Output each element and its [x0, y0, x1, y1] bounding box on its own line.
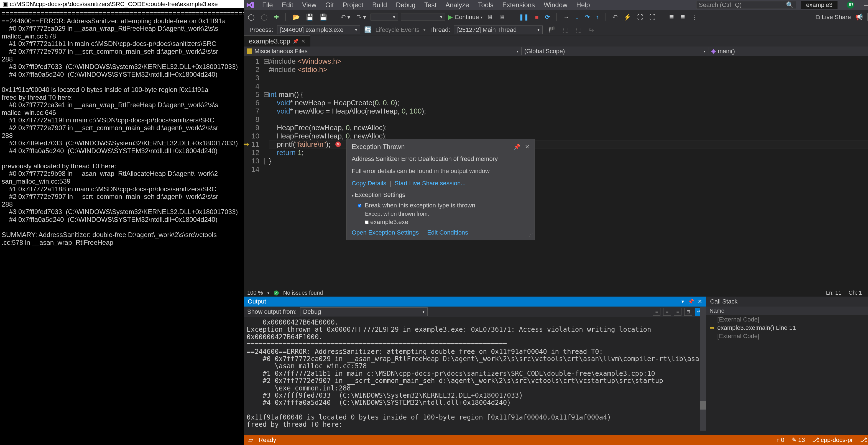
save-all-icon[interactable]: 💾 — [318, 13, 329, 21]
window-controls: — ☐ ✕ — [859, 1, 868, 9]
save-icon[interactable]: 💾 — [304, 13, 315, 21]
output-close-icon[interactable]: ✕ — [698, 299, 702, 305]
debug-target-icon[interactable]: 🖥 — [485, 13, 495, 21]
output-tb-icon1[interactable]: ≡ — [653, 308, 660, 316]
menu-project[interactable]: Project — [338, 1, 368, 9]
menu-help[interactable]: Help — [572, 1, 594, 9]
break-when-checkbox[interactable] — [358, 204, 362, 207]
pending-up[interactable]: ↑0 — [776, 436, 784, 444]
menu-git[interactable]: Git — [321, 1, 338, 9]
step-back-icon[interactable]: ↶ — [611, 13, 619, 21]
restart-button[interactable]: ⟳ — [543, 13, 552, 21]
new-item-button[interactable]: ✚ — [272, 13, 280, 21]
output-panel: Output ▾ 📌 ✕ Show output from: Debug▾ — [244, 297, 706, 435]
output-source-dropdown[interactable]: Debug▾ — [300, 307, 428, 316]
output-tb-icon3[interactable]: ≡ — [674, 308, 681, 316]
call-stack-row[interactable]: [External Code] — [706, 332, 868, 340]
misc-debug-icon[interactable]: ⚡ — [622, 13, 633, 21]
step-out-button[interactable]: ↑ — [594, 13, 600, 21]
resize-grip-icon[interactable]: ⋰ — [528, 231, 533, 239]
show-next-statement-icon[interactable]: → — [562, 13, 571, 21]
misc-debug2-icon[interactable]: ⛶ — [636, 13, 645, 21]
context-member-dropdown[interactable]: ◈ main() ▾ — [708, 47, 868, 56]
stop-button[interactable]: ■ — [533, 13, 540, 21]
lifecycle-label[interactable]: Lifecycle Events — [375, 26, 420, 34]
menu-file[interactable]: File — [258, 1, 277, 9]
indent-icon[interactable]: ≣ — [668, 13, 676, 21]
search-box[interactable]: Search (Ctrl+Q) 🔍 — [696, 1, 796, 9]
output-pin-icon[interactable]: 📌 — [688, 299, 694, 305]
main-area: example3.cpp 📌 ✕ ▾ ⚙ Miscellaneous Files… — [244, 35, 868, 435]
outdent-icon[interactable]: ≣ — [678, 13, 687, 21]
branch-name[interactable]: ⎇master▴ — [860, 436, 868, 444]
misc-debug3-icon[interactable]: ⛶ — [648, 13, 657, 21]
output-header[interactable]: Output ▾ 📌 ✕ — [244, 297, 706, 307]
menu-tools[interactable]: Tools — [474, 1, 498, 9]
menu-edit[interactable]: Edit — [277, 1, 298, 9]
stack-frame-icon[interactable]: ⬚ — [561, 26, 570, 34]
exception-settings-header[interactable]: Exception Settings — [355, 191, 405, 198]
config-dropdown[interactable]: ▾ — [371, 13, 398, 21]
open-exception-settings-link[interactable]: Open Exception Settings — [352, 229, 419, 236]
vs-logo-icon — [246, 1, 254, 9]
minimize-button[interactable]: — — [859, 2, 868, 9]
menu-build[interactable]: Build — [368, 1, 391, 9]
code-editor[interactable]: 1234567891011121314 ⊟⊟⌊ #include <Window… — [244, 56, 868, 289]
toggle-icon[interactable]: ⇆ — [587, 26, 596, 34]
except-example3-checkbox[interactable] — [365, 220, 369, 224]
user-badge[interactable]: JR — [847, 1, 854, 9]
feedback-icon[interactable]: 📢 — [854, 13, 864, 21]
nav-fwd-button[interactable]: ◯ — [259, 13, 269, 21]
output-tb-icon4[interactable]: ⊟ — [684, 308, 692, 316]
platform-dropdown[interactable]: ▾ — [401, 13, 445, 21]
output-body[interactable]: 0x00000427B64E0000. Exception thrown at … — [244, 317, 706, 435]
popup-pin-icon[interactable]: 📌 — [514, 143, 521, 151]
call-stack-body[interactable]: [External Code]➡example3.exe!main() Line… — [706, 315, 868, 435]
solution-name: example3 — [801, 1, 837, 9]
process-dropdown[interactable]: [244600] example3.exe▾ — [277, 26, 360, 34]
context-scope-dropdown[interactable]: (Global Scope) ▾ — [522, 47, 709, 56]
comment-icon[interactable]: ⋮ — [689, 13, 699, 21]
output-tb-icon2[interactable]: ≡ — [663, 308, 671, 316]
repo-name[interactable]: ⎇cpp-docs-pr — [812, 436, 853, 444]
undo-button[interactable]: ↶ ▾ — [339, 13, 352, 21]
call-stack-row[interactable]: ➡example3.exe!main() Line 11C++ — [706, 324, 868, 332]
nav-back-button[interactable]: ◯ — [246, 13, 256, 21]
menu-view[interactable]: View — [298, 1, 321, 9]
flag-icon[interactable]: 🏴 — [547, 26, 557, 34]
call-stack-columns: Name Lang — [706, 307, 868, 315]
step-over-button[interactable]: ↷ — [583, 13, 591, 21]
continue-button[interactable]: ▶ Continue ▾ — [448, 13, 483, 21]
console-body: ========================================… — [0, 8, 244, 247]
pin-icon[interactable]: 📌 — [293, 38, 299, 44]
live-share-button[interactable]: ⧉ Live Share — [816, 13, 851, 21]
menu-window[interactable]: Window — [539, 1, 572, 9]
menu-test[interactable]: Test — [420, 1, 441, 9]
stack-frame2-icon[interactable]: ⬚ — [574, 26, 583, 34]
debug-target2-icon[interactable]: 🖥 — [497, 13, 507, 21]
call-stack-header[interactable]: Call Stack ▾ 📌 ✕ — [706, 297, 868, 307]
file-tab-example3[interactable]: example3.cpp 📌 ✕ — [244, 35, 310, 47]
copy-details-link[interactable]: Copy Details — [352, 180, 386, 186]
menu-debug[interactable]: Debug — [391, 1, 420, 9]
zoom-level[interactable]: 100 % — [247, 289, 263, 296]
search-icon: 🔍 — [786, 1, 794, 9]
menu-analyze[interactable]: Analyze — [441, 1, 473, 9]
edit-conditions-link[interactable]: Edit Conditions — [427, 229, 468, 236]
call-stack-row[interactable]: [External Code] — [706, 315, 868, 324]
close-tab-icon[interactable]: ✕ — [301, 38, 305, 44]
exception-title: Exception Thrown — [352, 143, 405, 151]
context-project-dropdown[interactable]: Miscellaneous Files ▾ — [244, 47, 522, 56]
step-into-button[interactable]: ↓ — [574, 13, 580, 21]
menu-extensions[interactable]: Extensions — [498, 1, 539, 9]
output-dropdown-icon[interactable]: ▾ — [681, 299, 684, 305]
pending-down[interactable]: ✎13 — [792, 436, 805, 444]
thread-dropdown[interactable]: [251272] Main Thread▾ — [454, 26, 542, 34]
redo-button[interactable]: ↷ ▾ — [355, 13, 368, 21]
main-toolbar: ◯ ◯ ✚ 📂 💾 💾 ↶ ▾ ↷ ▾ ▾ ▾ ▶ Continue ▾ 🖥 🖥… — [244, 10, 868, 24]
open-icon[interactable]: 📂 — [291, 13, 302, 21]
popup-close-icon[interactable]: ✕ — [525, 143, 530, 151]
output-v-scrollbar[interactable] — [700, 307, 706, 431]
start-live-share-link[interactable]: Start Live Share session... — [395, 180, 466, 186]
pause-button[interactable]: ❚❚ — [517, 13, 530, 21]
